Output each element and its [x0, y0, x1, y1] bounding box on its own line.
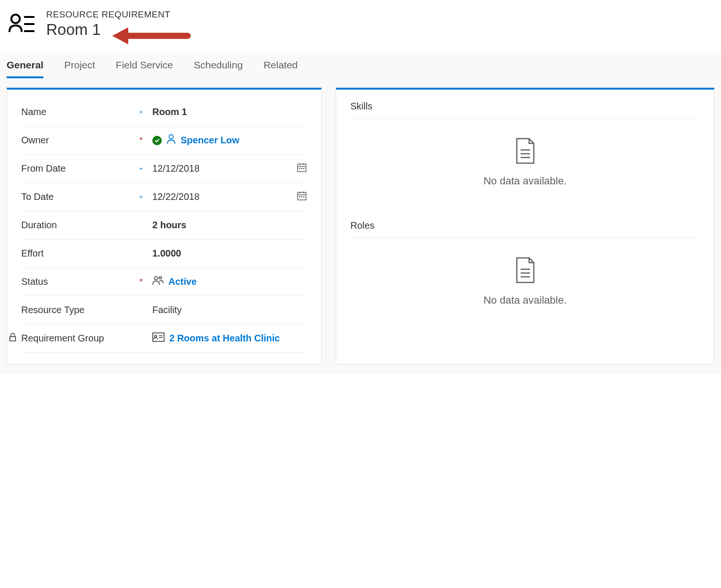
field-row-name: Name + Room 1 [21, 98, 307, 126]
document-icon [514, 257, 537, 285]
skills-header: Skills [350, 101, 700, 119]
card-icon [152, 332, 165, 344]
general-form-panel: Name + Room 1 Owner * Spencer Low [7, 88, 322, 364]
field-value-status[interactable]: Active [152, 275, 307, 288]
lock-icon [9, 333, 17, 344]
calendar-icon[interactable] [297, 162, 307, 175]
svg-point-0 [11, 15, 20, 23]
tab-general[interactable]: General [7, 53, 43, 77]
field-row-duration: Duration 2 hours [21, 211, 307, 240]
field-label-name: Name [21, 107, 138, 117]
svg-rect-21 [10, 337, 16, 341]
field-row-from-date: From Date + 12/12/2018 [21, 155, 307, 183]
field-label-status: Status [21, 276, 138, 287]
content-area: Name + Room 1 Owner * Spencer Low [0, 78, 721, 374]
recommended-indicator: + [138, 193, 144, 200]
person-icon [166, 134, 176, 147]
annotation-arrow-title [112, 25, 192, 48]
skills-section: Skills No data available. [350, 101, 700, 206]
related-sections-panel: Skills No data available. Roles [336, 88, 714, 364]
calendar-icon[interactable] [297, 190, 307, 203]
field-label-owner: Owner [21, 135, 138, 146]
svg-rect-18 [303, 196, 305, 198]
field-value-name[interactable]: Room 1 [152, 107, 307, 117]
status-link-text: Active [168, 276, 197, 287]
field-value-owner[interactable]: Spencer Low [152, 134, 307, 147]
svg-rect-22 [153, 333, 164, 341]
field-row-to-date: To Date + 12/22/2018 [21, 183, 307, 211]
roles-section: Roles No data available. [350, 220, 700, 325]
svg-point-19 [155, 277, 158, 280]
field-value-resource-type[interactable]: Facility [152, 305, 307, 315]
requirement-group-link-text: 2 Rooms at Health Clinic [169, 333, 280, 344]
field-value-from-date[interactable]: 12/12/2018 [152, 162, 307, 175]
field-label-to-date: To Date [21, 191, 138, 202]
field-label-effort: Effort [21, 248, 138, 259]
tab-bar: General Project Field Service Scheduling… [0, 52, 721, 78]
skills-no-data-text: No data available. [483, 175, 566, 187]
svg-rect-11 [303, 168, 305, 169]
tab-project[interactable]: Project [64, 53, 95, 77]
svg-rect-16 [299, 196, 300, 198]
field-value-to-date[interactable]: 12/22/2018 [152, 190, 307, 203]
field-value-duration[interactable]: 2 hours [152, 220, 307, 231]
resource-requirement-icon [8, 11, 35, 37]
required-indicator: * [138, 136, 144, 145]
svg-rect-10 [301, 168, 303, 169]
field-label-resource-type: Resource Type [21, 305, 138, 315]
page-header: RESOURCE REQUIREMENT Room 1 [0, 0, 721, 52]
verified-icon [152, 136, 162, 145]
field-label-duration: Duration [21, 220, 138, 231]
recommended-indicator: + [138, 108, 144, 116]
field-row-status: Status * Active [21, 268, 307, 296]
field-row-resource-type: Resource Type Facility [21, 296, 307, 324]
required-indicator: * [138, 278, 144, 286]
field-label-requirement-group: Requirement Group [21, 333, 138, 344]
owner-link-text: Spencer Low [181, 135, 239, 146]
roles-no-data-text: No data available. [483, 294, 566, 306]
svg-rect-9 [299, 168, 300, 169]
svg-point-20 [159, 277, 162, 279]
tab-scheduling[interactable]: Scheduling [194, 53, 243, 77]
document-icon [514, 138, 537, 166]
svg-point-23 [155, 335, 157, 338]
field-label-from-date: From Date [21, 163, 138, 174]
recommended-indicator: + [138, 165, 144, 172]
svg-rect-17 [301, 196, 303, 198]
roles-header: Roles [350, 220, 700, 238]
tab-field-service[interactable]: Field Service [116, 53, 173, 77]
field-row-effort: Effort 1.0000 [21, 240, 307, 268]
entity-type-label: RESOURCE REQUIREMENT [46, 9, 170, 20]
field-row-owner: Owner * Spencer Low [21, 126, 307, 155]
field-value-effort[interactable]: 1.0000 [152, 248, 307, 259]
field-value-requirement-group[interactable]: 2 Rooms at Health Clinic [152, 332, 307, 344]
svg-point-4 [169, 135, 174, 139]
field-row-requirement-group: Requirement Group 2 Rooms at Health Clin… [21, 324, 307, 353]
tab-related[interactable]: Related [264, 53, 298, 77]
people-icon [152, 275, 164, 288]
